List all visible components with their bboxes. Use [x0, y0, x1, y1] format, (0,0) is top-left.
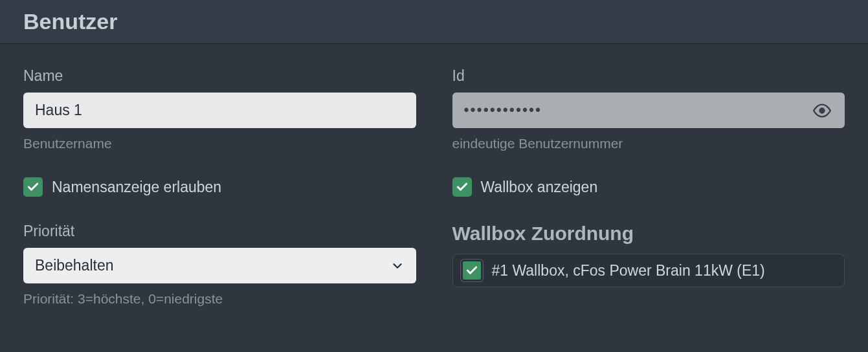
show-wallbox-label: Wallbox anzeigen — [481, 179, 598, 196]
right-column: Id eindeutige Benutzernummer Wallbox anz… — [452, 67, 845, 307]
priority-select[interactable]: Beibehalten — [23, 248, 416, 283]
id-helper: eindeutige Benutzernummer — [452, 136, 845, 151]
show-wallbox-checkbox[interactable] — [452, 177, 472, 197]
id-label: Id — [452, 67, 845, 85]
allow-name-display-checkbox[interactable] — [23, 177, 43, 197]
panel-header: Benutzer — [0, 0, 868, 44]
wallbox-assignment-item: #1 Wallbox, cFos Power Brain 11kW (E1) — [452, 254, 845, 287]
priority-select-wrap: Beibehalten — [23, 248, 416, 283]
allow-name-display-row: Namensanzeige erlauben — [23, 177, 416, 197]
panel-title: Benutzer — [23, 9, 845, 34]
svg-point-0 — [820, 108, 825, 113]
left-column: Name Benutzername Namensanzeige erlauben… — [23, 67, 416, 307]
wallbox-assignment-label: #1 Wallbox, cFos Power Brain 11kW (E1) — [492, 262, 765, 280]
name-input[interactable] — [23, 93, 416, 128]
form-content: Name Benutzername Namensanzeige erlauben… — [0, 44, 868, 307]
wallbox-assignment-checkbox[interactable] — [461, 259, 483, 281]
id-input[interactable] — [452, 93, 845, 128]
check-icon — [27, 181, 39, 193]
check-icon — [465, 264, 478, 277]
eye-icon[interactable] — [810, 102, 834, 120]
priority-label: Priorität — [23, 223, 416, 240]
show-wallbox-row: Wallbox anzeigen — [452, 177, 845, 197]
id-field: Id eindeutige Benutzernummer — [452, 67, 845, 151]
wallbox-assignment-title: Wallbox Zuordnung — [452, 223, 845, 245]
id-input-wrap — [452, 93, 845, 128]
name-label: Name — [23, 67, 416, 85]
allow-name-display-label: Namensanzeige erlauben — [52, 179, 221, 196]
priority-field: Priorität Beibehalten Priorität: 3=höchs… — [23, 223, 416, 307]
check-icon — [456, 181, 469, 193]
name-field: Name Benutzername — [23, 67, 416, 151]
name-helper: Benutzername — [23, 136, 416, 151]
priority-helper: Priorität: 3=höchste, 0=niedrigste — [23, 291, 416, 307]
